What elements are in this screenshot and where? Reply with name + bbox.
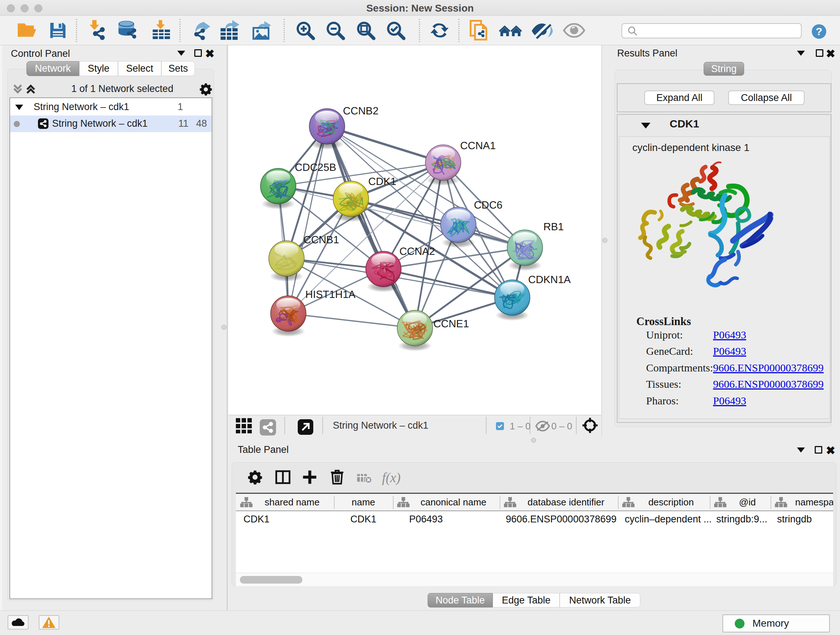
svg-text:HIST1H1A: HIST1H1A — [305, 288, 355, 300]
svg-text:CCNB2: CCNB2 — [343, 105, 378, 117]
svg-text:CCNB1: CCNB1 — [303, 234, 339, 245]
svg-text:CDK1: CDK1 — [368, 176, 396, 187]
svg-text:CCNA1: CCNA1 — [460, 140, 496, 151]
svg-text:CCNA2: CCNA2 — [399, 245, 435, 257]
svg-text:RB1: RB1 — [543, 221, 564, 233]
svg-text:CDC25B: CDC25B — [295, 162, 336, 173]
svg-text:CCNE1: CCNE1 — [433, 318, 469, 329]
svg-text:CDKN1A: CDKN1A — [528, 274, 571, 285]
svg-text:CDC6: CDC6 — [474, 199, 502, 211]
